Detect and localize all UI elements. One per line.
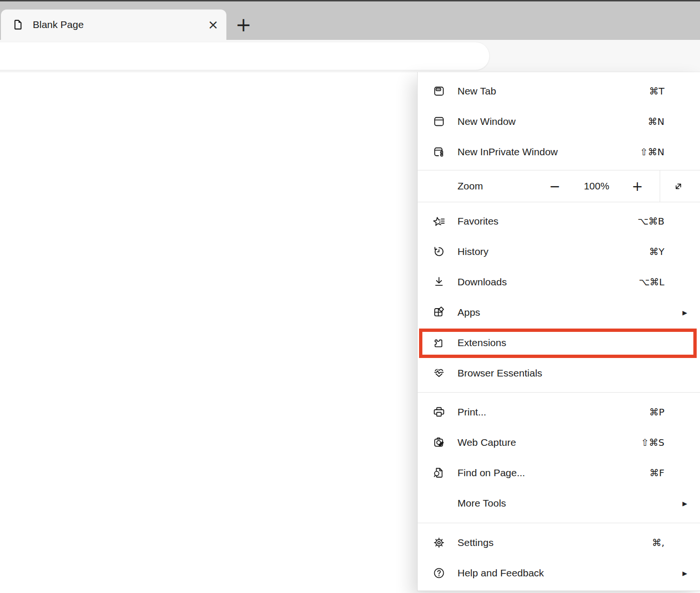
shortcut: ⇧⌘S	[641, 437, 664, 448]
menu-separator	[418, 392, 700, 393]
menu-item-favorites[interactable]: Favorites ⌥⌘B	[418, 206, 700, 236]
toolbar	[0, 40, 700, 72]
shortcut: ⌘F	[649, 467, 664, 479]
find-on-page-icon	[432, 466, 446, 480]
menu-item-extensions[interactable]: Extensions	[418, 328, 700, 358]
menu-item-apps[interactable]: Apps ▶	[418, 297, 700, 328]
submenu-arrow-icon: ▶	[682, 500, 687, 507]
tab-title: Blank Page	[33, 19, 84, 30]
no-icon	[432, 497, 446, 510]
submenu-arrow-icon: ▶	[682, 570, 687, 577]
menu-item-history[interactable]: History ⌘Y	[418, 236, 700, 267]
browser-menu: New Tab ⌘T New Window ⌘N	[417, 72, 700, 591]
shortcut: ⌘T	[649, 85, 664, 97]
menu-separator	[418, 523, 700, 523]
shortcut: ⌥⌘B	[637, 216, 664, 227]
zoom-out-icon[interactable]: −	[544, 173, 565, 199]
menu-item-browser-essentials[interactable]: Browser Essentials	[418, 358, 700, 388]
downloads-icon	[432, 275, 446, 289]
new-window-icon	[432, 115, 446, 128]
submenu-arrow-icon: ▶	[682, 309, 687, 316]
menu-item-print[interactable]: Print... ⌘P	[418, 397, 700, 427]
address-bar[interactable]	[0, 42, 490, 70]
history-icon	[432, 245, 446, 258]
menu-item-more-tools[interactable]: More Tools ▶	[418, 488, 700, 518]
new-tab-plus-icon[interactable]: +	[233, 14, 253, 35]
shortcut: ⌘,	[652, 537, 664, 548]
zoom-label: Zoom	[457, 180, 483, 192]
settings-gear-icon	[432, 536, 446, 549]
shortcut: ⌥⌘L	[639, 276, 664, 288]
menu-item-zoom: Zoom − 100% +	[418, 170, 700, 202]
browser-essentials-heart-icon	[432, 367, 446, 380]
menu-item-find-on-page[interactable]: Find on Page... ⌘F	[418, 458, 700, 488]
menu-item-new-window[interactable]: New Window ⌘N	[418, 106, 700, 137]
menu-item-settings[interactable]: Settings ⌘,	[418, 527, 700, 558]
new-inprivate-window-icon	[432, 145, 446, 159]
menu-item-new-inprivate-window[interactable]: New InPrivate Window ⇧⌘N	[418, 137, 700, 167]
shortcut: ⌘Y	[649, 246, 664, 257]
fullscreen-button[interactable]	[668, 173, 689, 199]
shortcut: ⌘P	[649, 406, 664, 418]
shortcut: ⇧⌘N	[640, 146, 664, 158]
new-tab-icon	[432, 85, 446, 98]
apps-icon	[432, 306, 446, 319]
extensions-puzzle-icon	[432, 336, 446, 349]
tab-close-icon[interactable]: ×	[205, 17, 221, 32]
browser-window: Blank Page × +	[0, 0, 700, 593]
active-tab[interactable]: Blank Page ×	[1, 9, 226, 40]
zoom-value: 100%	[575, 180, 618, 192]
menu-item-web-capture[interactable]: Web Capture ⇧⌘S	[418, 427, 700, 458]
menu-item-new-tab[interactable]: New Tab ⌘T	[418, 76, 700, 106]
page-document-icon	[12, 19, 24, 31]
tab-strip: Blank Page × +	[0, 1, 700, 40]
shortcut: ⌘N	[648, 116, 664, 127]
help-question-icon	[432, 566, 446, 580]
zoom-in-icon[interactable]: +	[627, 173, 648, 199]
web-capture-icon	[432, 436, 446, 449]
print-icon	[432, 405, 446, 419]
favorites-star-icon	[432, 215, 446, 228]
menu-item-downloads[interactable]: Downloads ⌥⌘L	[418, 267, 700, 297]
menu-item-help-and-feedback[interactable]: Help and Feedback ▶	[418, 558, 700, 588]
zoom-divider	[660, 170, 660, 202]
